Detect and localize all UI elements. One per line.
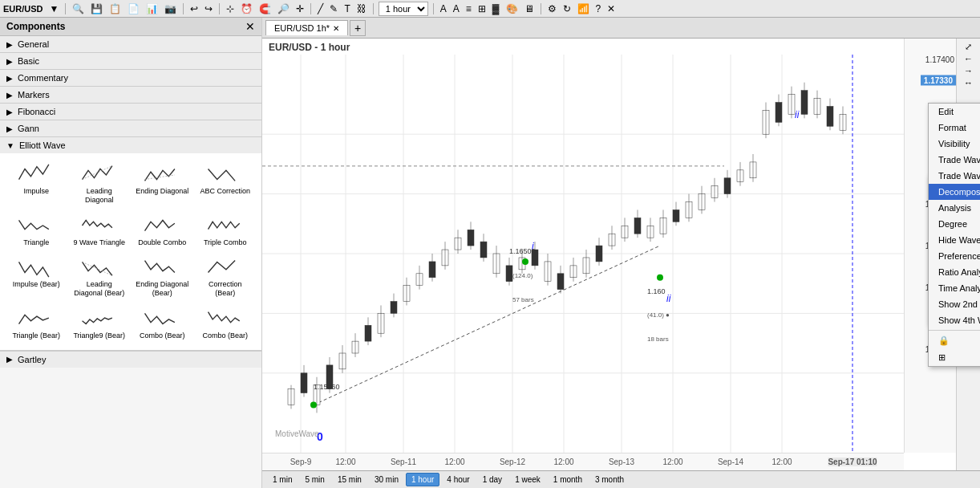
sidebar-section-markers-header[interactable]: ▶ Markers (0, 87, 261, 103)
export-btn[interactable]: 📊 (144, 3, 160, 14)
menu-degree[interactable]: Degree ▶ (929, 216, 980, 232)
menu-trade-wave-2[interactable]: Trade Wave 2 (929, 152, 980, 168)
label-markers: Markers (18, 90, 50, 100)
sep5 (373, 3, 374, 14)
wifi-btn[interactable]: 📶 (576, 3, 591, 14)
add-chart-btn[interactable]: + (350, 20, 366, 36)
save3-btn[interactable]: 📄 (126, 3, 141, 14)
dropdown-btn[interactable]: ▼ (48, 3, 61, 14)
text-btn[interactable]: T (342, 3, 351, 14)
wave-triangle-bear[interactable]: Triangle (Bear) (6, 304, 67, 344)
rt-expand2-btn[interactable]: ↔ (962, 78, 974, 88)
menu-properties[interactable]: ⊞ Properties (929, 349, 980, 366)
sidebar-section-fibonacci-header[interactable]: ▶ Fibonacci (0, 104, 261, 120)
menu-edit[interactable]: Edit ▶ (929, 104, 980, 120)
undo-btn[interactable]: ↩ (188, 3, 200, 14)
wave-triangle[interactable]: Triangle (6, 211, 67, 250)
menu-analysis[interactable]: Analysis ▶ (929, 200, 980, 216)
sidebar-bottom-gartley[interactable]: ▶ Gartley (0, 351, 261, 368)
menu-lock-figure[interactable]: 🔒 Lock Figure (929, 332, 980, 349)
time-axis: Sep-9 12:00 Sep-11 12:00 Sep-12 12:00 Se… (262, 453, 904, 470)
save-btn[interactable]: 💾 (89, 3, 104, 14)
wave-triangle-bear-icon (16, 307, 56, 330)
wave-leading-diagonal-bear[interactable]: Leading Diagonal (Bear) (70, 253, 130, 301)
tf-30min[interactable]: 30 min (369, 473, 404, 486)
wave-double-combo-icon (142, 214, 182, 237)
menu-preferences[interactable]: Preferences ▶ (929, 248, 980, 264)
symbol-label: EUR/USD (3, 4, 43, 14)
tf-5min[interactable]: 5 min (299, 473, 330, 486)
font2-btn[interactable]: A (452, 3, 461, 14)
cursor-btn[interactable]: ⊹ (225, 3, 236, 14)
timeframe-select[interactable]: 1 hour (379, 2, 428, 16)
alarm-btn[interactable]: ⏰ (239, 3, 254, 14)
tf-1month[interactable]: 1 month (548, 473, 588, 486)
menu-format[interactable]: Format ▶ (929, 120, 980, 136)
font-btn[interactable]: A (439, 3, 448, 14)
help-btn[interactable]: ? (594, 3, 603, 14)
color-btn[interactable]: 🎨 (504, 3, 520, 14)
wave-ending-diagonal[interactable]: Ending Diagonal (132, 160, 192, 208)
wave-leading-diagonal[interactable]: Leading Diagonal (70, 160, 130, 208)
wave-impulse-bear[interactable]: Impulse (Bear) (6, 253, 67, 301)
magnify-btn[interactable]: 🔍 (71, 3, 86, 14)
sidebar-close-btn[interactable]: ✕ (245, 20, 255, 33)
settings-btn[interactable]: ⚙ (546, 3, 558, 14)
menu-trade-wave-4[interactable]: Trade Wave 4 (929, 168, 980, 184)
tf-15min[interactable]: 15 min (332, 473, 367, 486)
refresh-btn[interactable]: ↻ (561, 3, 573, 14)
rt-back-btn[interactable]: ← (962, 54, 974, 64)
tf-4hour[interactable]: 4 hour (441, 473, 475, 486)
wave-ending-diagonal-bear[interactable]: Ending Diagonal (Bear) (132, 253, 192, 301)
sidebar-section-commentary-header[interactable]: ▶ Commentary (0, 70, 261, 86)
chart-tab-eurusd[interactable]: EUR/USD 1h* ✕ (265, 20, 348, 35)
wave-9wave[interactable]: 9 Wave Triangle (70, 211, 130, 250)
lines-btn[interactable]: ≡ (464, 3, 473, 14)
wave-triangle9-bear[interactable]: Triangle9 (Bear) (70, 304, 130, 344)
tf-3month[interactable]: 3 month (589, 473, 630, 486)
magnet-btn[interactable]: 🧲 (257, 3, 273, 14)
grid-btn[interactable]: ⊞ (476, 3, 488, 14)
menu-show-4th-wave[interactable]: Show 4th Wave Range (929, 312, 980, 328)
menu-time-analysis[interactable]: Time Analysis ▶ (929, 280, 980, 296)
save2-btn[interactable]: 📋 (107, 3, 123, 14)
sidebar-section-general-header[interactable]: ▶ General (0, 36, 261, 52)
wave-triple-combo[interactable]: Triple Combo (196, 211, 256, 250)
redo-btn[interactable]: ↪ (203, 3, 214, 14)
menu-hide-waves[interactable]: Hide Waves (929, 232, 980, 248)
sidebar-section-elliott-header[interactable]: ▼ Elliott Wave (0, 137, 261, 153)
wave-correction-bear[interactable]: Correction (Bear) (196, 253, 256, 301)
wave-impulse[interactable]: Impulse (6, 160, 67, 208)
menu-visibility[interactable]: Visibility ▶ (929, 136, 980, 152)
monitor-btn[interactable]: 🖥 (523, 3, 536, 14)
tf-1week[interactable]: 1 week (509, 473, 546, 486)
sidebar-section-basic-header[interactable]: ▶ Basic (0, 53, 261, 69)
price-ann-ii: 1.160 (647, 287, 666, 295)
close-x-btn[interactable]: ✕ (605, 3, 617, 14)
wave-triangle9-bear-icon (79, 307, 119, 330)
menu-ratio-analysis[interactable]: Ratio Analysis ▶ (929, 264, 980, 280)
menu-trade-wave-4-label: Trade Wave 4 (938, 171, 980, 181)
chart-container[interactable]: EUR/USD - 1 hour (262, 39, 980, 470)
line-btn[interactable]: ╱ (316, 3, 325, 14)
rt-expand-btn[interactable]: ⤢ (963, 42, 974, 52)
tab-close-btn[interactable]: ✕ (333, 24, 339, 33)
wave-abc[interactable]: ABC Correction (196, 160, 256, 208)
tf-1day[interactable]: 1 day (477, 473, 508, 486)
zoom-btn[interactable]: 🔎 (276, 3, 291, 14)
sidebar-section-gann-header[interactable]: ▶ Gann (0, 120, 261, 136)
menu-show-2nd-wave[interactable]: Show 2nd Wave Range (929, 296, 980, 312)
menu-decompose[interactable]: Decompose ▶ (929, 184, 980, 200)
wave-combo-bear[interactable]: Combo (Bear) (132, 304, 192, 344)
menu-decompose-label: Decompose (938, 187, 980, 197)
crosshair-btn[interactable]: ✛ (294, 3, 306, 14)
rt-forward-btn[interactable]: → (962, 66, 974, 76)
pen-btn[interactable]: ✎ (328, 3, 339, 14)
camera-btn[interactable]: 📷 (163, 3, 178, 14)
tf-1min[interactable]: 1 min (267, 473, 298, 486)
chain-btn[interactable]: ⛓ (355, 3, 368, 14)
wave-combo2-bear[interactable]: Combo (Bear) (196, 304, 256, 344)
tf-1hour[interactable]: 1 hour (406, 473, 439, 486)
highlight-btn[interactable]: ▓ (491, 3, 501, 14)
wave-double-combo[interactable]: Double Combo (132, 211, 192, 250)
